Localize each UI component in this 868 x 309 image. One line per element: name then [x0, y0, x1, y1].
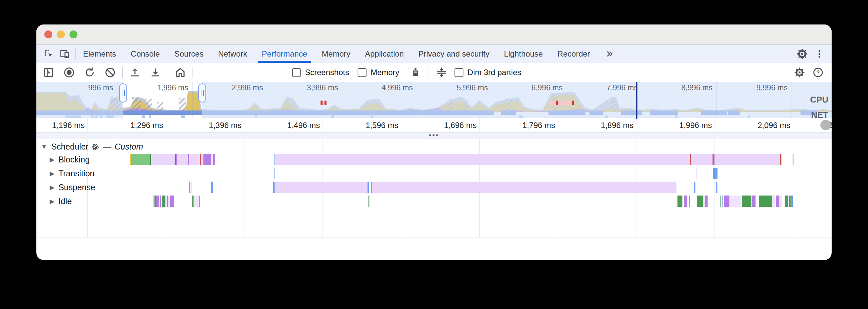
tab-application[interactable]: Application: [358, 45, 411, 63]
download-profile-icon[interactable]: [148, 65, 163, 80]
flame-bar[interactable]: [162, 195, 165, 207]
flame-row-label-blocking[interactable]: ▶Blocking: [50, 154, 90, 165]
flame-bar[interactable]: [720, 195, 721, 207]
flame-bar[interactable]: [717, 182, 718, 193]
flame-bar[interactable]: [791, 195, 792, 207]
flame-bar[interactable]: [170, 195, 174, 207]
flame-row-label-suspense[interactable]: ▶Suspense: [50, 181, 95, 193]
flame-chart[interactable]: ▼ Scheduler — Custom ▶Blocking▶Transitio…: [36, 139, 832, 238]
panel-splitter[interactable]: •••: [36, 132, 832, 139]
flame-bar[interactable]: [793, 154, 794, 165]
flame-bar[interactable]: [730, 195, 741, 207]
collapse-triangle-icon[interactable]: ▼: [41, 143, 47, 151]
expand-triangle-icon[interactable]: ▶: [50, 197, 55, 205]
flame-bar[interactable]: [779, 195, 782, 207]
flame-bar[interactable]: [213, 154, 215, 165]
home-icon[interactable]: [173, 65, 188, 80]
flame-bar[interactable]: [156, 195, 159, 207]
expand-triangle-icon[interactable]: ▶: [50, 156, 55, 163]
minimize-window-button[interactable]: [57, 30, 65, 38]
record-icon[interactable]: [62, 65, 77, 80]
garbage-collect-icon[interactable]: [408, 65, 423, 80]
flame-bar[interactable]: [714, 154, 714, 165]
flame-bar[interactable]: [776, 195, 779, 207]
flame-bar[interactable]: [759, 195, 772, 207]
flame-bar[interactable]: [274, 168, 275, 179]
inspect-element-icon[interactable]: [42, 46, 57, 62]
flame-bar[interactable]: [368, 182, 369, 193]
dim-3rd-parties-checkbox[interactable]: [455, 68, 463, 77]
zoom-window-button[interactable]: [69, 30, 78, 38]
flame-bar[interactable]: [204, 154, 211, 165]
flame-bar[interactable]: [177, 154, 188, 165]
flame-bar[interactable]: [696, 168, 697, 179]
flame-bar[interactable]: [168, 195, 170, 207]
flame-bar[interactable]: [722, 195, 723, 207]
device-toolbar-icon[interactable]: [57, 46, 72, 62]
flame-bar[interactable]: [690, 154, 691, 165]
scheduler-track-header[interactable]: ▼ Scheduler — Custom: [41, 142, 143, 152]
flame-bar[interactable]: [705, 195, 708, 207]
collapse-sections-icon[interactable]: [434, 65, 449, 80]
flame-bar[interactable]: [724, 195, 730, 207]
memory-checkbox[interactable]: [358, 68, 367, 77]
flame-bar[interactable]: [131, 154, 150, 165]
selection-handle-right[interactable]: [198, 83, 206, 102]
flame-bar[interactable]: [742, 195, 751, 207]
tab-sources[interactable]: Sources: [167, 45, 211, 63]
timeline-playhead[interactable]: [636, 82, 638, 119]
flame-bar[interactable]: [792, 195, 793, 207]
flame-bar[interactable]: [275, 154, 782, 165]
more-tabs-button[interactable]: [602, 46, 617, 62]
toggle-sidebar-icon[interactable]: [41, 65, 56, 80]
scrollbar-thumb[interactable]: [820, 120, 831, 130]
screenshots-checkbox[interactable]: [292, 68, 301, 77]
kebab-menu-icon[interactable]: [812, 46, 827, 62]
flame-bar[interactable]: [189, 154, 200, 165]
help-icon[interactable]: ?: [810, 65, 826, 80]
reload-record-icon[interactable]: [82, 65, 97, 80]
flame-bar[interactable]: [369, 195, 370, 207]
selection-handle-left[interactable]: [119, 83, 127, 102]
flame-bar[interactable]: [151, 154, 175, 165]
flame-bar[interactable]: [153, 195, 154, 207]
flame-bar[interactable]: [190, 182, 192, 193]
tab-lighthouse[interactable]: Lighthouse: [497, 45, 550, 63]
flame-bar[interactable]: [199, 195, 200, 207]
flame-bar[interactable]: [160, 195, 161, 207]
flame-bar[interactable]: [785, 195, 788, 207]
expand-triangle-icon[interactable]: ▶: [50, 170, 55, 177]
tab-console[interactable]: Console: [123, 45, 167, 63]
flame-bar[interactable]: [697, 195, 703, 207]
flame-bar[interactable]: [201, 154, 204, 165]
flame-bar[interactable]: [275, 182, 368, 193]
tab-performance[interactable]: Performance: [254, 45, 314, 63]
tab-network[interactable]: Network: [211, 45, 254, 63]
tab-memory[interactable]: Memory: [315, 45, 358, 63]
tab-elements[interactable]: Elements: [76, 45, 123, 63]
tab-recorder[interactable]: Recorder: [550, 45, 597, 63]
window-titlebar[interactable]: [36, 25, 832, 45]
flame-bar[interactable]: [372, 182, 677, 193]
settings-gear-icon[interactable]: [795, 46, 810, 62]
flame-bar[interactable]: [772, 195, 775, 207]
capture-settings-gear-icon[interactable]: [792, 65, 807, 80]
flame-bar[interactable]: [689, 195, 690, 207]
flame-bar[interactable]: [193, 195, 199, 207]
flame-row-label-idle[interactable]: ▶Idle: [50, 195, 72, 207]
flame-bar[interactable]: [753, 195, 755, 207]
close-window-button[interactable]: [44, 30, 52, 38]
flame-bar[interactable]: [684, 195, 687, 207]
tab-privacy-and-security[interactable]: Privacy and security: [411, 45, 497, 63]
clear-icon[interactable]: [102, 65, 118, 80]
flame-bar[interactable]: [789, 195, 790, 207]
upload-profile-icon[interactable]: [127, 65, 143, 80]
expand-triangle-icon[interactable]: ▶: [50, 184, 55, 191]
flame-bar[interactable]: [211, 182, 213, 193]
flame-bar[interactable]: [780, 154, 781, 165]
flame-row-label-transition[interactable]: ▶Transition: [50, 167, 94, 179]
flame-bar[interactable]: [678, 195, 682, 207]
flame-bar[interactable]: [695, 182, 696, 193]
timeline-overview[interactable]: 996 ms1,996 ms2,996 ms3,996 ms4,996 ms5,…: [36, 82, 832, 118]
flame-bar[interactable]: [713, 168, 717, 179]
